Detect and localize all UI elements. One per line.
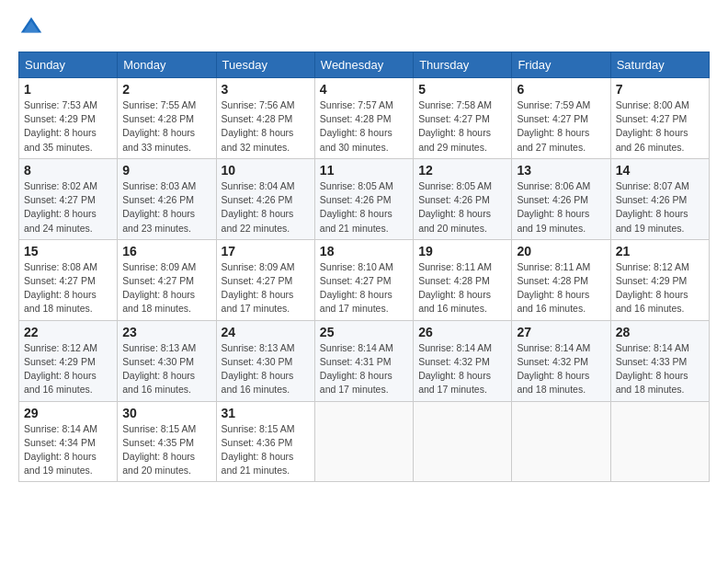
calendar-cell: 23Sunrise: 8:13 AMSunset: 4:30 PMDayligh… xyxy=(118,320,216,401)
day-info: Sunrise: 8:11 AMSunset: 4:28 PMDaylight:… xyxy=(517,260,605,316)
day-info: Sunrise: 8:03 AMSunset: 4:26 PMDaylight:… xyxy=(122,179,210,236)
day-info: Sunrise: 8:14 AMSunset: 4:33 PMDaylight:… xyxy=(616,341,704,397)
calendar-week-row: 8Sunrise: 8:02 AMSunset: 4:27 PMDaylight… xyxy=(19,158,710,239)
calendar-cell: 5Sunrise: 7:58 AMSunset: 4:27 PMDaylight… xyxy=(414,78,512,159)
day-info: Sunrise: 8:14 AMSunset: 4:34 PMDaylight:… xyxy=(24,422,112,478)
day-number: 18 xyxy=(320,244,408,259)
day-info: Sunrise: 8:10 AMSunset: 4:27 PMDaylight:… xyxy=(320,260,408,316)
day-number: 5 xyxy=(418,82,506,97)
calendar-cell: 2Sunrise: 7:55 AMSunset: 4:28 PMDaylight… xyxy=(118,78,216,159)
calendar-cell: 7Sunrise: 8:00 AMSunset: 4:27 PMDaylight… xyxy=(610,78,709,159)
calendar-cell xyxy=(314,401,413,482)
calendar-cell: 27Sunrise: 8:14 AMSunset: 4:32 PMDayligh… xyxy=(512,320,610,401)
weekday-header-thursday: Thursday xyxy=(414,52,512,78)
day-number: 1 xyxy=(24,82,112,97)
calendar-cell: 26Sunrise: 8:14 AMSunset: 4:32 PMDayligh… xyxy=(414,320,512,401)
day-info: Sunrise: 8:15 AMSunset: 4:35 PMDaylight:… xyxy=(122,422,210,478)
calendar-cell: 19Sunrise: 8:11 AMSunset: 4:28 PMDayligh… xyxy=(414,239,512,320)
day-info: Sunrise: 8:04 AMSunset: 4:26 PMDaylight:… xyxy=(222,179,310,236)
day-number: 26 xyxy=(418,325,506,339)
day-number: 31 xyxy=(222,406,310,420)
calendar-cell: 17Sunrise: 8:09 AMSunset: 4:27 PMDayligh… xyxy=(216,239,314,320)
weekday-header-saturday: Saturday xyxy=(610,52,709,78)
day-info: Sunrise: 8:08 AMSunset: 4:27 PMDaylight:… xyxy=(24,260,112,316)
day-number: 19 xyxy=(418,244,506,259)
calendar-table: SundayMondayTuesdayWednesdayThursdayFrid… xyxy=(18,52,710,482)
calendar-week-row: 29Sunrise: 8:14 AMSunset: 4:34 PMDayligh… xyxy=(19,401,710,482)
day-number: 14 xyxy=(616,163,704,178)
day-info: Sunrise: 8:11 AMSunset: 4:28 PMDaylight:… xyxy=(418,260,506,316)
day-number: 8 xyxy=(24,163,112,178)
day-number: 11 xyxy=(320,163,408,178)
day-info: Sunrise: 8:12 AMSunset: 4:29 PMDaylight:… xyxy=(24,341,112,397)
page-header xyxy=(18,15,710,40)
day-number: 28 xyxy=(616,325,704,339)
day-info: Sunrise: 8:09 AMSunset: 4:27 PMDaylight:… xyxy=(222,260,310,316)
calendar-cell: 30Sunrise: 8:15 AMSunset: 4:35 PMDayligh… xyxy=(118,401,216,482)
day-number: 16 xyxy=(122,244,210,259)
calendar-cell: 29Sunrise: 8:14 AMSunset: 4:34 PMDayligh… xyxy=(19,401,118,482)
day-info: Sunrise: 8:14 AMSunset: 4:32 PMDaylight:… xyxy=(418,341,506,397)
calendar-cell: 20Sunrise: 8:11 AMSunset: 4:28 PMDayligh… xyxy=(512,239,610,320)
day-number: 2 xyxy=(122,82,210,97)
day-info: Sunrise: 8:02 AMSunset: 4:27 PMDaylight:… xyxy=(24,179,112,236)
day-info: Sunrise: 8:13 AMSunset: 4:30 PMDaylight:… xyxy=(222,341,310,397)
calendar-cell xyxy=(512,401,610,482)
calendar-cell: 16Sunrise: 8:09 AMSunset: 4:27 PMDayligh… xyxy=(118,239,216,320)
calendar-cell: 25Sunrise: 8:14 AMSunset: 4:31 PMDayligh… xyxy=(314,320,413,401)
weekday-header-friday: Friday xyxy=(512,52,610,78)
calendar-week-row: 15Sunrise: 8:08 AMSunset: 4:27 PMDayligh… xyxy=(19,239,710,320)
calendar-cell: 21Sunrise: 8:12 AMSunset: 4:29 PMDayligh… xyxy=(610,239,709,320)
day-info: Sunrise: 8:09 AMSunset: 4:27 PMDaylight:… xyxy=(122,260,210,316)
day-number: 12 xyxy=(418,163,506,178)
day-info: Sunrise: 8:12 AMSunset: 4:29 PMDaylight:… xyxy=(616,260,704,316)
day-number: 24 xyxy=(222,325,310,339)
calendar-cell xyxy=(610,401,709,482)
day-number: 15 xyxy=(24,244,112,259)
calendar-cell: 9Sunrise: 8:03 AMSunset: 4:26 PMDaylight… xyxy=(118,158,216,239)
calendar-cell: 12Sunrise: 8:05 AMSunset: 4:26 PMDayligh… xyxy=(414,158,512,239)
calendar-cell: 3Sunrise: 7:56 AMSunset: 4:28 PMDaylight… xyxy=(216,78,314,159)
calendar-header-row: SundayMondayTuesdayWednesdayThursdayFrid… xyxy=(19,52,710,78)
day-number: 4 xyxy=(320,82,408,97)
day-number: 13 xyxy=(517,163,605,178)
calendar-cell: 10Sunrise: 8:04 AMSunset: 4:26 PMDayligh… xyxy=(216,158,314,239)
calendar-cell: 8Sunrise: 8:02 AMSunset: 4:27 PMDaylight… xyxy=(19,158,118,239)
day-number: 3 xyxy=(222,82,310,97)
day-number: 7 xyxy=(616,82,704,97)
weekday-header-tuesday: Tuesday xyxy=(216,52,314,78)
day-info: Sunrise: 7:55 AMSunset: 4:28 PMDaylight:… xyxy=(122,98,210,155)
calendar-cell xyxy=(414,401,512,482)
day-info: Sunrise: 8:05 AMSunset: 4:26 PMDaylight:… xyxy=(320,179,408,236)
day-number: 29 xyxy=(24,406,112,420)
weekday-header-monday: Monday xyxy=(118,52,216,78)
day-number: 27 xyxy=(517,325,605,339)
day-info: Sunrise: 8:14 AMSunset: 4:32 PMDaylight:… xyxy=(517,341,605,397)
day-info: Sunrise: 7:53 AMSunset: 4:29 PMDaylight:… xyxy=(24,98,112,155)
day-info: Sunrise: 8:15 AMSunset: 4:36 PMDaylight:… xyxy=(222,422,310,478)
day-number: 9 xyxy=(122,163,210,178)
day-info: Sunrise: 8:05 AMSunset: 4:26 PMDaylight:… xyxy=(418,179,506,236)
calendar-week-row: 1Sunrise: 7:53 AMSunset: 4:29 PMDaylight… xyxy=(19,78,710,159)
day-number: 22 xyxy=(24,325,112,339)
day-info: Sunrise: 7:57 AMSunset: 4:28 PMDaylight:… xyxy=(320,98,408,155)
day-info: Sunrise: 7:59 AMSunset: 4:27 PMDaylight:… xyxy=(517,98,605,155)
day-info: Sunrise: 8:13 AMSunset: 4:30 PMDaylight:… xyxy=(122,341,210,397)
calendar-cell: 11Sunrise: 8:05 AMSunset: 4:26 PMDayligh… xyxy=(314,158,413,239)
day-info: Sunrise: 8:00 AMSunset: 4:27 PMDaylight:… xyxy=(616,98,704,155)
day-info: Sunrise: 8:07 AMSunset: 4:26 PMDaylight:… xyxy=(616,179,704,236)
day-info: Sunrise: 8:14 AMSunset: 4:31 PMDaylight:… xyxy=(320,341,408,397)
day-number: 30 xyxy=(122,406,210,420)
calendar-cell: 6Sunrise: 7:59 AMSunset: 4:27 PMDaylight… xyxy=(512,78,610,159)
calendar-cell: 31Sunrise: 8:15 AMSunset: 4:36 PMDayligh… xyxy=(216,401,314,482)
day-number: 25 xyxy=(320,325,408,339)
calendar-cell: 1Sunrise: 7:53 AMSunset: 4:29 PMDaylight… xyxy=(19,78,118,159)
day-number: 21 xyxy=(616,244,704,259)
calendar-cell: 14Sunrise: 8:07 AMSunset: 4:26 PMDayligh… xyxy=(610,158,709,239)
day-info: Sunrise: 7:56 AMSunset: 4:28 PMDaylight:… xyxy=(222,98,310,155)
logo-icon xyxy=(18,15,44,40)
calendar-cell: 4Sunrise: 7:57 AMSunset: 4:28 PMDaylight… xyxy=(314,78,413,159)
day-number: 23 xyxy=(122,325,210,339)
day-info: Sunrise: 7:58 AMSunset: 4:27 PMDaylight:… xyxy=(418,98,506,155)
calendar-cell: 22Sunrise: 8:12 AMSunset: 4:29 PMDayligh… xyxy=(19,320,118,401)
